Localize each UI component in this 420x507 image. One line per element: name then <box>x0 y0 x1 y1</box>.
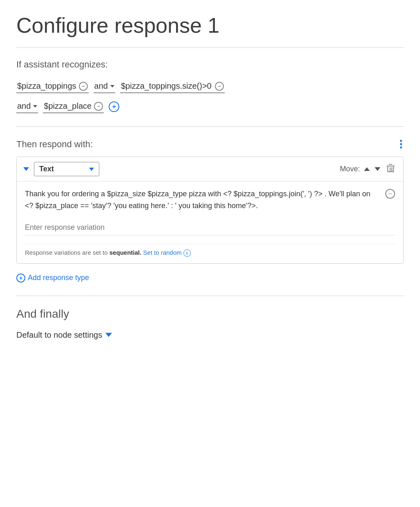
respond-section: Then respond with: Text Move: <box>16 138 404 264</box>
response-card-header: Text Move: <box>17 157 403 182</box>
and-2-chevron-down-icon <box>33 105 37 108</box>
response-type-select[interactable]: Text <box>34 162 99 176</box>
move-label: Move: <box>340 165 360 173</box>
collapse-chevron-icon[interactable] <box>23 167 29 171</box>
svg-rect-3 <box>393 166 394 172</box>
move-up-button[interactable] <box>363 166 371 172</box>
footer-sequential: sequential. <box>109 249 141 256</box>
page-title: Configure response 1 <box>16 13 404 38</box>
add-response-label: Add response type <box>28 274 89 282</box>
title-divider <box>16 47 404 48</box>
add-response-plus-icon: + <box>16 274 25 283</box>
and-chevron-down-icon <box>110 85 114 87</box>
add-response-type-button[interactable]: + Add response type <box>16 272 89 284</box>
svg-rect-4 <box>387 171 394 172</box>
condition-row-2: and $pizza_place <box>16 100 404 113</box>
condition-row-1: $pizza_toppings and $pizza_toppings.size… <box>16 80 404 93</box>
type-select-chevron-icon <box>89 168 94 171</box>
remove-condition-3-button[interactable] <box>94 102 103 111</box>
and-connector-1[interactable]: and <box>94 80 115 93</box>
move-controls: Move: <box>340 162 397 176</box>
remove-condition-1-button[interactable] <box>79 82 88 91</box>
svg-rect-0 <box>386 166 395 166</box>
and-connector-2-text: and <box>17 101 31 111</box>
variation-input[interactable] <box>25 220 395 236</box>
node-settings-chevron-icon <box>105 333 112 337</box>
svg-rect-2 <box>387 166 388 172</box>
condition-chip-1[interactable]: $pizza_toppings <box>16 80 89 93</box>
svg-rect-6 <box>391 167 392 171</box>
svg-rect-5 <box>390 167 391 171</box>
arrow-up-icon <box>364 167 370 171</box>
response-text-row: Thank you for ordering a $pizza_size $pi… <box>25 188 395 212</box>
condition-chip-3[interactable]: $pizza_place <box>43 100 104 113</box>
response-text-body[interactable]: Thank you for ordering a $pizza_size $pi… <box>25 188 380 212</box>
move-down-button[interactable] <box>374 166 381 172</box>
remove-condition-2-button[interactable] <box>215 82 224 91</box>
respond-label: Then respond with: <box>16 139 93 150</box>
respond-header: Then respond with: <box>16 138 404 150</box>
dot-2 <box>400 143 402 145</box>
dot-1 <box>400 140 402 142</box>
response-card: Text Move: <box>16 157 404 264</box>
more-options-button[interactable] <box>398 138 404 150</box>
condition-label: If assistant recognizes: <box>16 59 404 70</box>
node-settings-label: Default to node settings <box>16 330 102 340</box>
trash-icon <box>386 164 395 173</box>
section-divider-1 <box>16 126 404 127</box>
condition-chip-2[interactable]: $pizza_toppings.size()>0 <box>120 80 225 93</box>
info-icon[interactable]: i <box>183 249 191 257</box>
remove-variation-button[interactable]: − <box>385 189 395 199</box>
delete-response-button[interactable] <box>384 162 397 176</box>
response-content: Thank you for ordering a $pizza_size $pi… <box>17 182 403 263</box>
set-to-random-link[interactable]: Set to random <box>141 249 181 256</box>
and-connector-1-text: and <box>94 81 108 91</box>
chip-3-text: $pizza_place <box>44 101 92 111</box>
footer-prefix: Response variations are set to <box>25 249 109 256</box>
chip-2-text: $pizza_toppings.size()>0 <box>121 81 212 91</box>
finally-section: And finally Default to node settings <box>16 296 404 340</box>
condition-area: If assistant recognizes: $pizza_toppings… <box>16 59 404 113</box>
and-connector-2[interactable]: and <box>16 100 38 113</box>
add-condition-button[interactable] <box>109 101 119 112</box>
svg-rect-1 <box>389 164 392 165</box>
arrow-down-icon <box>375 167 380 171</box>
finally-label: And finally <box>16 307 404 321</box>
response-footer: Response variations are set to sequentia… <box>25 244 395 257</box>
dot-3 <box>400 146 402 148</box>
chip-1-text: $pizza_toppings <box>17 81 76 91</box>
node-settings-dropdown[interactable]: Default to node settings <box>16 330 404 340</box>
type-select-label: Text <box>39 165 54 173</box>
